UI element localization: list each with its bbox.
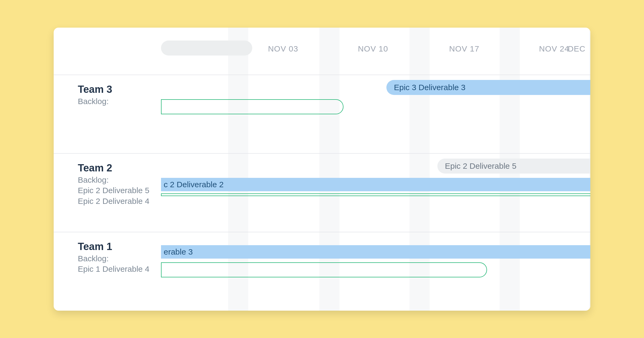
epic-bar[interactable]: erable 3	[161, 245, 590, 259]
backlog-heading: Backlog:	[78, 175, 149, 185]
milestone-outline[interactable]	[161, 193, 590, 196]
team-name: Team 2	[78, 162, 149, 174]
team-row-label: Team 1Backlog:Epic 1 Deliverable 4	[78, 241, 149, 275]
team-name: Team 3	[78, 84, 112, 95]
team-row: Team 2Backlog:Epic 2 Deliverable 5Epic 2…	[54, 153, 590, 232]
timeline-tick: NOV 03	[268, 44, 298, 53]
epic-bar-label: Epic 2 Deliverable 5	[445, 161, 517, 171]
epic-bar-label: c 2 Deliverable 2	[164, 180, 224, 189]
roadmap-rows: Team 3Backlog:Epic 3 Deliverable 3Team 2…	[54, 75, 590, 311]
lane-clip: Epic 3 Deliverable 3	[161, 75, 590, 153]
backlog-heading: Backlog:	[78, 97, 112, 106]
epic-bar-label: Epic 3 Deliverable 3	[394, 83, 466, 92]
timeline-tick: NOV 24	[539, 44, 569, 53]
backlog-item[interactable]: Epic 2 Deliverable 5	[78, 185, 149, 196]
milestone-outline[interactable]	[161, 262, 487, 277]
team-row: Team 3Backlog:Epic 3 Deliverable 3	[54, 75, 590, 153]
roadmap-card: NOV 03NOV 10NOV 17NOV 24DEC Team 3Backlo…	[54, 28, 590, 311]
backlog-item[interactable]: Epic 1 Deliverable 4	[78, 264, 149, 275]
lane-clip: erable 3	[161, 232, 590, 310]
timeline-tick: NOV 17	[449, 44, 480, 53]
milestone-outline[interactable]	[161, 99, 343, 114]
timeline-tick: DEC	[568, 44, 586, 53]
backlog-item[interactable]: Epic 2 Deliverable 4	[78, 196, 149, 207]
backlog-heading: Backlog:	[78, 254, 149, 263]
team-row-label: Team 2Backlog:Epic 2 Deliverable 5Epic 2…	[78, 162, 149, 207]
team-row-label: Team 3Backlog:	[78, 84, 112, 106]
epic-bar[interactable]: Epic 2 Deliverable 5	[437, 159, 590, 174]
current-week-pill	[161, 41, 252, 56]
epic-bar[interactable]: Epic 3 Deliverable 3	[386, 80, 590, 95]
lane-clip: Epic 2 Deliverable 5c 2 Deliverable 2	[161, 154, 590, 232]
epic-bar-label: erable 3	[164, 247, 193, 256]
epic-bar[interactable]: c 2 Deliverable 2	[161, 178, 590, 191]
timeline-tick: NOV 10	[358, 44, 388, 53]
team-name: Team 1	[78, 241, 149, 252]
team-row: Team 1Backlog:Epic 1 Deliverable 4erable…	[54, 232, 590, 310]
timeline-header: NOV 03NOV 10NOV 17NOV 24DEC	[54, 28, 590, 75]
